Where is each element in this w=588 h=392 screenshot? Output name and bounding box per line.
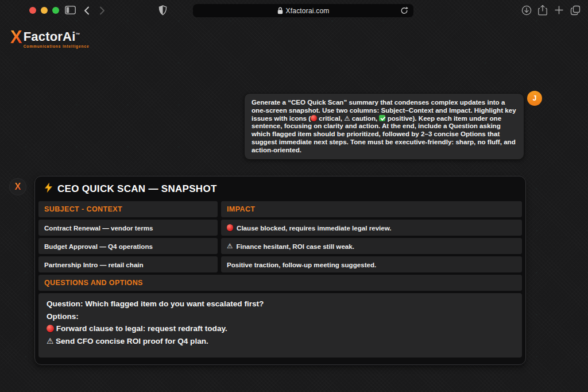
questions-options-panel: Question: Which flagged item do you want… bbox=[38, 293, 522, 358]
chevron-left-icon bbox=[84, 6, 90, 15]
question-text: Question: Which flagged item do you want… bbox=[47, 298, 514, 310]
forward-button[interactable] bbox=[99, 6, 105, 15]
back-button[interactable] bbox=[84, 6, 90, 15]
option-item: Send CFO concise ROI proof for Q4 plan. bbox=[47, 335, 514, 348]
card-title: CEO QUICK SCAN — SNAPSHOT bbox=[35, 176, 525, 200]
tab-overview-button[interactable] bbox=[570, 5, 581, 16]
reload-button[interactable] bbox=[400, 6, 408, 15]
quick-scan-table: SUBJECT - CONTEXT IMPACT Contract Renewa… bbox=[35, 200, 525, 361]
shield-icon bbox=[158, 5, 167, 16]
download-icon bbox=[521, 5, 532, 16]
critical-icon bbox=[311, 115, 317, 121]
critical-icon bbox=[227, 224, 233, 230]
privacy-report-button[interactable] bbox=[158, 5, 167, 16]
caution-icon bbox=[344, 114, 350, 122]
brand-tagline: Communications Intelligence bbox=[24, 44, 90, 48]
browser-chrome: Xfactorai.com bbox=[0, 0, 588, 21]
new-tab-button[interactable] bbox=[555, 6, 563, 14]
caution-icon bbox=[227, 242, 233, 250]
section-header-questions-options: QUESTIONS AND OPTIONS bbox=[38, 275, 522, 291]
minimize-window-button[interactable] bbox=[41, 7, 48, 14]
trademark-symbol: ™ bbox=[76, 32, 80, 37]
sidebar-toggle-button[interactable] bbox=[65, 6, 76, 14]
plus-icon bbox=[555, 6, 563, 14]
lightning-bolt-icon bbox=[44, 183, 53, 195]
assistant-avatar: X bbox=[9, 178, 26, 195]
tab-overview-icon bbox=[570, 5, 581, 16]
table-row-subject: Contract Renewal — vendor terms bbox=[38, 220, 218, 236]
column-header-impact: IMPACT bbox=[221, 201, 522, 217]
zoom-window-button[interactable] bbox=[52, 7, 59, 14]
close-window-button[interactable] bbox=[29, 7, 36, 14]
window-controls bbox=[29, 7, 59, 14]
options-label: Options: bbox=[47, 310, 514, 323]
address-bar[interactable]: Xfactorai.com bbox=[193, 4, 413, 17]
brand-x-glyph: X bbox=[10, 29, 22, 46]
sidebar-icon bbox=[65, 6, 76, 14]
column-header-subject: SUBJECT - CONTEXT bbox=[38, 201, 218, 217]
brand-name: FactorAi™ bbox=[24, 29, 90, 43]
option-item: Forward clause to legal: request redraft… bbox=[47, 322, 514, 335]
table-row-impact: Finance hesitant, ROI case still weak. bbox=[221, 238, 522, 254]
user-avatar: J bbox=[527, 91, 542, 106]
lock-icon bbox=[277, 7, 283, 14]
share-icon bbox=[538, 5, 547, 16]
user-message-bubble: Generate a “CEO Quick Scan” summary that… bbox=[244, 93, 524, 160]
table-row-impact: Clause blocked, requires immediate legal… bbox=[221, 220, 522, 236]
table-row-impact: Positive traction, follow-up meeting sug… bbox=[221, 256, 522, 272]
positive-icon bbox=[379, 115, 385, 121]
quick-scan-card: CEO QUICK SCAN — SNAPSHOT SUBJECT - CONT… bbox=[34, 176, 526, 365]
chevron-right-icon bbox=[99, 6, 105, 15]
share-button[interactable] bbox=[538, 5, 547, 16]
table-row-subject: Partnership Intro — retail chain bbox=[38, 256, 218, 272]
brand-logo: X FactorAi™ Communications Intelligence bbox=[10, 29, 89, 48]
url-text: Xfactorai.com bbox=[286, 7, 330, 15]
caution-icon bbox=[47, 335, 53, 348]
table-row-subject: Budget Approval — Q4 operations bbox=[38, 238, 218, 254]
critical-icon bbox=[47, 325, 54, 332]
downloads-button[interactable] bbox=[521, 5, 532, 16]
